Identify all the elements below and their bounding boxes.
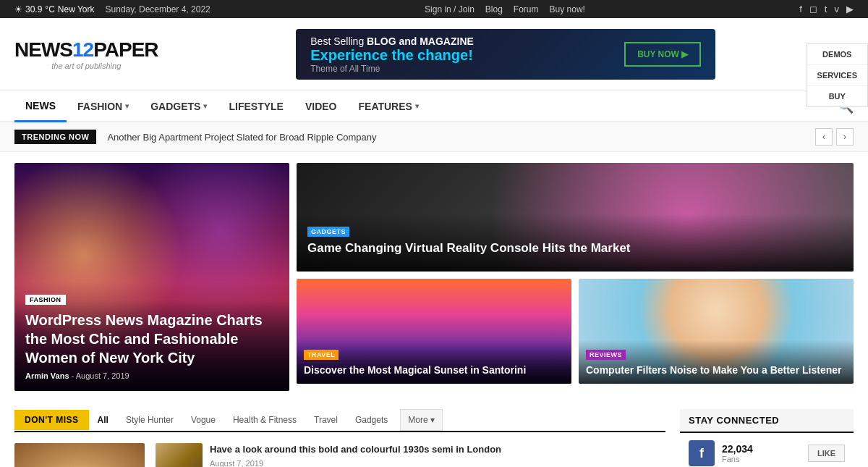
logo-num: 12 [72,38,93,61]
facebook-icon[interactable]: f [799,4,802,14]
trending-next[interactable]: › [836,128,854,146]
logo[interactable]: NEWS12PAPER the art of publishing [14,38,158,70]
dont-miss-label: DON'T MISS [14,410,89,430]
sidebar-services[interactable]: SERVICES [807,65,867,86]
more-arrow: ▾ [430,415,435,425]
nav-gadgets[interactable]: GADGETS ▾ [140,92,218,121]
dont-miss-article-date: August 7, 2019 [210,459,665,467]
nav-features[interactable]: FEATURES ▾ [348,92,430,121]
santorini-card[interactable]: TRAVEL Discover the Most Magical Sunset … [297,279,571,384]
top-bar-left: ☀ 30.9 °C New York Sunday, December 4, 2… [14,4,210,14]
sidebar-nav: DEMOS SERVICES BUY [807,43,868,107]
facebook-count: 22,034 [722,443,753,455]
dont-miss-large-image[interactable] [14,443,145,467]
vimeo-icon[interactable]: v [834,4,839,14]
instagram-icon[interactable]: ◻ [809,4,817,14]
reviews-category: REVIEWS [586,350,626,360]
twitter-icon[interactable]: t [825,4,827,14]
dont-miss-content: Have a look around this bold and colourf… [14,443,665,467]
tab-style-hunter[interactable]: Style Hunter [117,410,182,430]
dont-miss-small-image[interactable] [156,443,203,467]
trending-bar: TRENDING NOW Another Big Apartment Proje… [0,122,868,152]
top-bar: ☀ 30.9 °C New York Sunday, December 4, 2… [0,0,868,18]
featured-large-meta: Armin Vans - August 7, 2019 [25,371,278,380]
sidebar-buy[interactable]: BUY [807,86,867,106]
featured-section: FASHION WordPress News Magazine Charts t… [0,152,868,402]
tab-gadgets[interactable]: Gadgets [346,410,396,430]
gadgets-arrow: ▾ [203,102,207,110]
logo-paper: PAPER [93,38,158,61]
tab-vogue[interactable]: Vogue [182,410,224,430]
nav-news[interactable]: NEWS [14,91,67,122]
featured-top-right-overlay: GADGETS Game Changing Virtual Reality Co… [297,214,854,272]
featured-large-date: August 7, 2019 [76,371,129,380]
header-ad: Best Selling BLOG and MAGAZINE Experienc… [173,29,839,80]
main-nav: NEWS FASHION ▾ GADGETS ▾ LIFESTYLE VIDEO… [0,91,868,122]
buynow-link[interactable]: Buy now! [550,4,585,14]
tab-more[interactable]: More ▾ [400,409,442,431]
facebook-stats: 22,034 Fans [722,443,753,463]
sidebar-demos[interactable]: DEMOS [807,44,867,65]
tab-health[interactable]: Health & Fitness [224,410,305,430]
dont-miss-main: DON'T MISS All Style Hunter Vogue Health… [14,409,665,467]
dont-miss-article: Have a look around this bold and colourf… [156,443,665,467]
blog-link[interactable]: Blog [485,4,503,14]
featured-top-right-card[interactable]: GADGETS Game Changing Virtual Reality Co… [297,163,854,272]
featured-right-column: GADGETS Game Changing Virtual Reality Co… [297,163,854,391]
youtube-icon[interactable]: ▶ [846,4,854,14]
forum-link[interactable]: Forum [514,4,539,14]
featured-large-title: WordPress News Magazine Charts the Most … [25,311,278,367]
santorini-overlay: TRAVEL Discover the Most Magical Sunset … [297,340,571,384]
stay-connected: STAY CONNECTED f 22,034 Fans LIKE t – Fo… [680,409,854,467]
sun-icon: ☀ [14,4,22,14]
top-bar-date: Sunday, December 4, 2022 [106,4,210,14]
nav-lifestyle[interactable]: LIFESTYLE [218,92,294,121]
ad-line3: Theme of All Time [310,64,474,74]
dont-miss-text: Have a look around this bold and colourf… [156,443,665,467]
trending-label: TRENDING NOW [14,130,96,144]
featured-bottom-row: TRAVEL Discover the Most Magical Sunset … [297,279,854,384]
featured-large-card[interactable]: FASHION WordPress News Magazine Charts t… [14,163,289,391]
trending-nav: ‹ › [815,128,854,146]
weather: ☀ 30.9 °C New York [14,4,95,14]
nav-video[interactable]: VIDEO [294,92,348,121]
santorini-title: Discover the Most Magical Sunset in Sant… [304,363,564,376]
ad-text: Best Selling BLOG and MAGAZINE Experienc… [310,35,474,74]
santorini-category: TRAVEL [304,350,339,360]
reviews-overlay: REVIEWS Computer Filters Noise to Make Y… [579,340,854,384]
social-icons: f ◻ t v ▶ [799,4,854,14]
ad-banner[interactable]: Best Selling BLOG and MAGAZINE Experienc… [296,29,715,80]
signin-link[interactable]: Sign in / Join [425,4,475,14]
logo-text: NEWS12PAPER [14,38,158,62]
dont-miss-article-text: Have a look around this bold and colourf… [210,443,665,467]
trending-prev[interactable]: ‹ [815,128,833,146]
header: NEWS12PAPER the art of publishing Best S… [0,18,868,91]
facebook-icon-box: f [689,440,715,466]
facebook-like-button[interactable]: LIKE [808,445,845,462]
reviews-title: Computer Filters Noise to Make You a Bet… [586,363,846,376]
tab-all[interactable]: All [89,410,117,430]
top-bar-nav: Sign in / Join Blog Forum Buy now! [425,4,585,14]
featured-top-right-category: GADGETS [307,227,349,237]
reviews-card[interactable]: REVIEWS Computer Filters Noise to Make Y… [579,279,854,384]
featured-top-right-title: Game Changing Virtual Reality Console Hi… [307,240,843,256]
featured-large-overlay: FASHION WordPress News Magazine Charts t… [14,282,289,391]
nav-fashion[interactable]: FASHION ▾ [67,92,140,121]
ad-line1: Best Selling BLOG and MAGAZINE [310,35,474,47]
tab-travel[interactable]: Travel [305,410,346,430]
featured-large-category: FASHION [25,295,66,305]
dont-miss-article-title[interactable]: Have a look around this bold and colourf… [210,443,665,456]
trending-text: Another Big Apartment Project Slated for… [107,132,804,143]
weather-temp: 30.9 [25,4,42,14]
facebook-info: f 22,034 Fans [689,440,753,466]
nav-items: NEWS FASHION ▾ GADGETS ▾ LIFESTYLE VIDEO… [14,91,838,121]
features-arrow: ▾ [415,102,419,110]
ad-buy-button[interactable]: BUY NOW ▶ [624,42,701,67]
weather-location: New York [58,4,95,14]
stay-connected-title: STAY CONNECTED [680,409,854,433]
ad-line2: Experience the change! [310,47,474,64]
logo-news: NEWS [14,38,72,61]
featured-large-author: Armin Vans [25,371,69,380]
facebook-card: f 22,034 Fans LIKE [680,433,854,467]
interior-image [156,443,203,467]
